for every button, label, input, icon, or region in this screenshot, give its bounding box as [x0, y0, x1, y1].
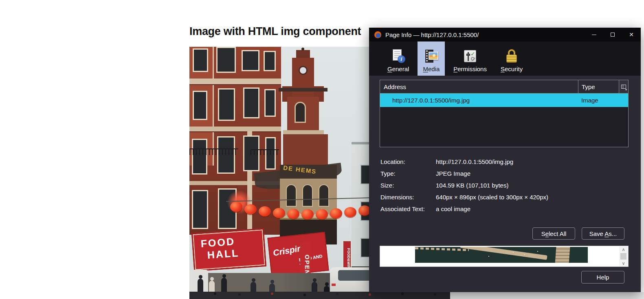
- column-header-address[interactable]: Address: [380, 83, 578, 90]
- column-picker-button[interactable]: [619, 80, 628, 93]
- media-row-type: Image: [578, 97, 628, 104]
- crowd-heads: [214, 292, 216, 295]
- detail-row-dimensions: Dimensions: 640px × 896px (scaled to 300…: [380, 191, 548, 203]
- close-button[interactable]: ✕: [622, 28, 641, 41]
- maximize-button[interactable]: [603, 28, 622, 41]
- desktop-strip: [450, 292, 644, 299]
- general-icon: i: [391, 49, 405, 63]
- dialog-titlebar: Page Info — http://127.0.0.1:5500/ ✕: [369, 28, 641, 41]
- media-preview-pane: ∧ ∨: [380, 246, 629, 267]
- crispins-sign: Crispins FOOD AND WIN: [267, 232, 329, 277]
- crowd-band: [189, 292, 450, 299]
- detail-row-type: Type: JPEG Image: [380, 168, 548, 179]
- scrollbar-thumb[interactable]: [620, 253, 626, 260]
- tab-label: Media: [423, 65, 440, 72]
- firefox-icon: [374, 31, 381, 38]
- detail-row-size: Size: 104.59 KB (107,101 bytes): [380, 179, 548, 191]
- tab-security[interactable]: Security: [495, 41, 528, 76]
- food-hall-sign: FOOD HALL: [191, 228, 266, 271]
- left-building: [189, 47, 281, 235]
- page-info-dialog: Page Info — http://127.0.0.1:5500/ ✕ i G…: [369, 28, 641, 292]
- preview-scrollbar[interactable]: ∧ ∨: [619, 247, 628, 266]
- save-as-button[interactable]: Save As...: [582, 227, 624, 240]
- select-all-button[interactable]: Select All: [532, 227, 575, 240]
- media-icon: [424, 49, 438, 63]
- column-header-type[interactable]: Type: [578, 80, 619, 93]
- scroll-up-icon[interactable]: ∧: [622, 247, 625, 252]
- minimize-icon: [592, 35, 596, 35]
- maximize-icon: [611, 33, 615, 37]
- minimize-button[interactable]: [585, 28, 603, 41]
- neon-sign: [227, 190, 251, 214]
- tab-label: General: [387, 65, 409, 72]
- tab-general[interactable]: i General: [382, 41, 414, 76]
- column-picker-icon: [621, 85, 626, 89]
- dialog-body: Address Type http://127.0.0.1:5500/img.j…: [369, 76, 641, 292]
- media-row-selected[interactable]: http://127.0.0.1:5500/img.jpg Image: [380, 94, 628, 107]
- de-hems-facade: DE HEMS: [280, 165, 337, 244]
- page-title: Image with HTML img component: [189, 25, 361, 38]
- help-button[interactable]: Help: [581, 271, 624, 284]
- media-list: Address Type http://127.0.0.1:5500/img.j…: [380, 80, 629, 147]
- tab-permissions[interactable]: ✓ Permissions: [448, 41, 492, 76]
- media-details: Location: http://127.0.0.1:5500/img.jpg …: [380, 156, 548, 215]
- tab-label: Security: [501, 65, 523, 72]
- permissions-icon: ✓: [463, 49, 477, 63]
- scroll-down-icon[interactable]: ∨: [622, 261, 625, 266]
- gable-tower: [281, 49, 330, 167]
- close-icon: ✕: [629, 31, 634, 38]
- dialog-title: Page Info — http://127.0.0.1:5500/: [385, 31, 585, 38]
- media-row-address: http://127.0.0.1:5500/img.jpg: [380, 97, 578, 104]
- media-list-header: Address Type: [380, 80, 628, 94]
- screen: Image with HTML img component: [0, 0, 644, 299]
- tab-label: Permissions: [453, 65, 487, 72]
- detail-row-location: Location: http://127.0.0.1:5500/img.jpg: [380, 156, 548, 168]
- tab-strip: i General Media ✓ Permissions: [369, 41, 641, 76]
- detail-row-associated-text: Associated Text: a cool image: [380, 203, 548, 215]
- media-preview-image: [415, 247, 588, 263]
- tab-media[interactable]: Media: [418, 41, 445, 76]
- security-lock-icon: [505, 49, 519, 63]
